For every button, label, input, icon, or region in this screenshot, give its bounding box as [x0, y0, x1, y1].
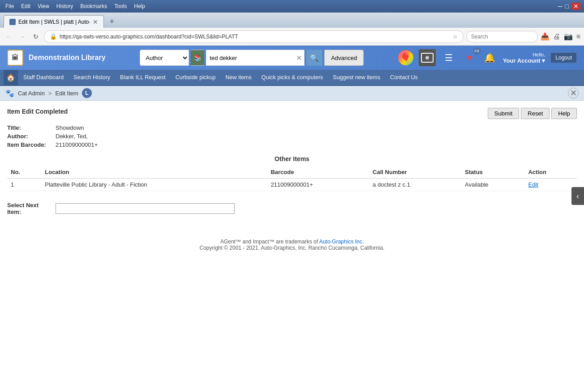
footer-text2: Copyright © 2001 - 2021. Auto-Graphics, …: [199, 245, 384, 251]
search-input[interactable]: [206, 50, 305, 66]
bookmark-star[interactable]: ☆: [453, 34, 458, 40]
breadcrumb-close-button[interactable]: ✕: [568, 88, 579, 98]
nav-quick-picks[interactable]: Quick picks & computers: [257, 71, 328, 84]
help-button[interactable]: Help: [551, 108, 577, 119]
breadcrumb-edit-item: Edit Item: [56, 90, 78, 97]
window-minimize[interactable]: ─: [558, 3, 563, 10]
nav-blank-ill-request[interactable]: Blank ILL Request: [116, 71, 170, 84]
select-next-label: Select Next Item:: [7, 202, 52, 215]
menu-bookmarks[interactable]: Bookmarks: [78, 2, 109, 10]
forward-button[interactable]: →: [17, 31, 28, 42]
col-header-action: Action: [524, 166, 577, 179]
menu-file[interactable]: File: [4, 2, 16, 10]
account-chevron-icon: ▾: [542, 57, 545, 64]
nav-contact-us[interactable]: Contact Us: [386, 71, 422, 84]
app-footer: AGent™ and Impact™ are trademarks of Aut…: [7, 233, 577, 256]
main-content: Item Edit Completed Submit Reset Help Ti…: [0, 101, 584, 264]
other-items-section: Other Items No. Location Barcode Call Nu…: [7, 155, 577, 191]
print-icon[interactable]: 🖨: [553, 33, 560, 41]
nav-new-items[interactable]: New items: [221, 71, 256, 84]
browser-search-input[interactable]: [466, 31, 538, 43]
title-value: Showdown: [56, 124, 84, 131]
search-type-select[interactable]: Author Title Subject Keyword: [140, 50, 189, 66]
browser-tabbar: Edit Item | SWLS | platt | Auto-G... ✕ +: [0, 13, 584, 28]
footer-text1: AGent™ and Impact™ are trademarks of: [220, 239, 319, 245]
cell-action[interactable]: Edit: [524, 179, 577, 191]
favorites-badge: F9: [473, 47, 481, 55]
app-container: 🏛 Demonstration Library Author Title Sub…: [0, 46, 584, 392]
menu-help[interactable]: Help: [132, 2, 147, 10]
reload-button[interactable]: ↻: [30, 31, 41, 42]
breadcrumb-bar: 🐾 Cat Admin > Edit Item L ✕: [0, 86, 584, 101]
browser-toolbar-icons: 📥 🖨 📷 ≡: [541, 32, 580, 41]
back-button[interactable]: ←: [4, 31, 14, 42]
tab-favicon: [9, 19, 16, 25]
author-value: Dekker, Ted,: [56, 133, 88, 140]
barcode-value: 211009000001+: [56, 141, 98, 148]
browser-tab-active[interactable]: Edit Item | SWLS | platt | Auto-G... ✕: [4, 15, 104, 28]
footer-link[interactable]: Auto-Graphics Inc.: [319, 239, 364, 245]
edit-link[interactable]: Edit: [528, 181, 538, 188]
new-tab-button[interactable]: +: [106, 15, 118, 28]
address-bar[interactable]: 🔒 https://qa-swls-verso.auto-graphics.co…: [44, 30, 464, 43]
browser-titlebar: File Edit View History Bookmarks Tools H…: [0, 0, 584, 13]
nav-suggest-new-items[interactable]: Suggest new items: [328, 71, 385, 84]
window-close[interactable]: ✕: [571, 3, 580, 10]
notifications-icon[interactable]: 🔔: [482, 50, 498, 65]
col-header-callnumber: Call Number: [369, 166, 461, 179]
advanced-search-button[interactable]: Advanced: [324, 50, 364, 66]
tab-label: Edit Item | SWLS | platt | Auto-G...: [18, 19, 90, 25]
submit-button[interactable]: Submit: [488, 108, 519, 119]
nav-bar: 🏠 Staff Dashboard Search History Blank I…: [0, 70, 584, 86]
table-row: 1 Platteville Public Library - Adult - F…: [7, 179, 577, 191]
list-icon[interactable]: ☰: [441, 50, 456, 65]
action-buttons: Submit Reset Help: [488, 108, 577, 119]
menu-history[interactable]: History: [55, 2, 75, 10]
breadcrumb-separator: >: [48, 90, 52, 97]
browser-menu: File Edit View History Bookmarks Tools H…: [4, 2, 147, 10]
breadcrumb-badge: L: [82, 88, 92, 98]
browser-addressbar: ← → ↻ 🔒 https://qa-swls-verso.auto-graph…: [0, 28, 584, 46]
nav-search-history[interactable]: Search History: [69, 71, 115, 84]
barcode-label: Item Barcode:: [7, 141, 52, 148]
cell-status: Available: [461, 179, 524, 191]
nav-staff-dashboard[interactable]: Staff Dashboard: [19, 71, 68, 84]
favorites-icon[interactable]: ♥ F9: [462, 50, 477, 65]
app-logo-icon: 🏛: [7, 50, 23, 66]
title-row: Title: Showdown: [7, 124, 577, 131]
search-icon: 🔍: [310, 54, 319, 62]
account-area[interactable]: Hello, Your Account ▾: [503, 52, 545, 64]
url-text: https://qa-swls-verso.auto-graphics.com/…: [60, 34, 450, 40]
search-go-button[interactable]: 🔍: [306, 50, 322, 66]
menu-view[interactable]: View: [36, 2, 51, 10]
author-row: Author: Dekker, Ted,: [7, 133, 577, 140]
app-library-name: Demonstration Library: [29, 54, 106, 62]
breadcrumb-cat-admin[interactable]: Cat Admin: [18, 90, 45, 97]
cell-callnumber: a doctest z c.1: [369, 179, 461, 191]
cell-no: 1: [7, 179, 41, 191]
nav-home-button[interactable]: 🏠: [4, 70, 18, 85]
search-db-icon: 📚: [191, 50, 204, 66]
sidebar-toggle[interactable]: ‹: [571, 187, 584, 205]
balloon-icon[interactable]: 🎈: [398, 50, 413, 65]
search-input-wrap: ✕: [206, 50, 305, 66]
title-label: Title:: [7, 124, 52, 131]
menu-icon[interactable]: ≡: [576, 33, 580, 41]
item-edit-status: Item Edit Completed: [7, 108, 488, 115]
scan-icon[interactable]: [419, 49, 436, 66]
search-clear-button[interactable]: ✕: [296, 54, 302, 62]
pocket-icon[interactable]: 📥: [541, 32, 550, 41]
tab-close-button[interactable]: ✕: [93, 18, 98, 26]
app-header: 🏛 Demonstration Library Author Title Sub…: [0, 46, 584, 70]
menu-edit[interactable]: Edit: [19, 2, 32, 10]
item-details: Title: Showdown Author: Dekker, Ted, Ite…: [7, 124, 577, 148]
select-next-input[interactable]: [56, 203, 235, 214]
menu-tools[interactable]: Tools: [112, 2, 129, 10]
breadcrumb-cat-icon: 🐾: [5, 89, 14, 98]
hello-text: Hello,: [503, 52, 545, 57]
window-maximize[interactable]: □: [565, 3, 569, 10]
reset-button[interactable]: Reset: [521, 108, 550, 119]
logout-button[interactable]: Logout: [550, 52, 577, 63]
screenshots-icon[interactable]: 📷: [564, 32, 573, 41]
nav-curbside-pickup[interactable]: Curbside pickup: [171, 71, 220, 84]
